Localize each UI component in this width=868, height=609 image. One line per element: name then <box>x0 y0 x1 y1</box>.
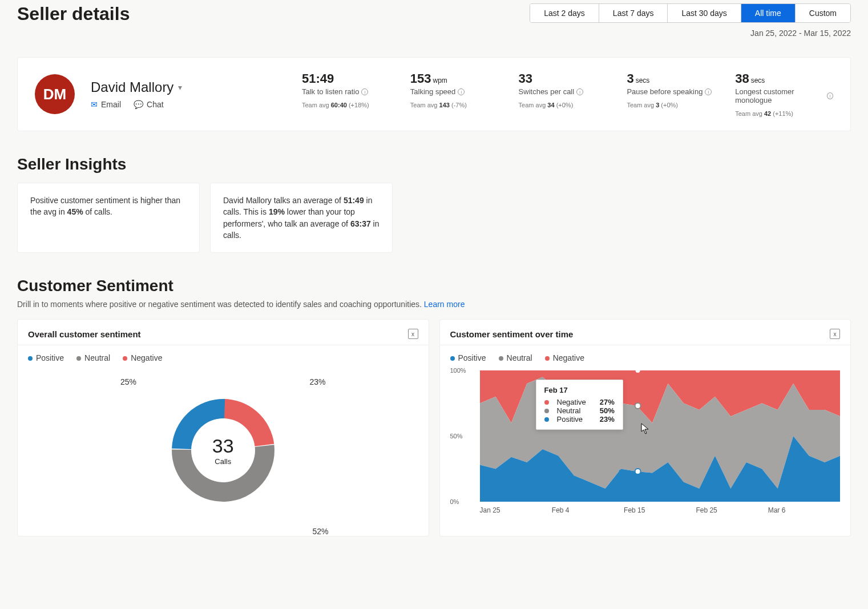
chart-title: Overall customer sentiment <box>28 329 141 339</box>
donut-center-label: Calls <box>215 457 231 466</box>
email-link[interactable]: ✉ Email <box>91 100 121 109</box>
legend-negative: Negative <box>545 353 584 362</box>
donut-chart[interactable]: 33 Calls 25% 23% 52% <box>18 365 429 536</box>
seller-profile-card: DM David Mallory ▾ ✉ Email 💬 Chat 51:49 … <box>17 57 851 131</box>
info-icon[interactable]: i <box>458 88 465 95</box>
time-filter-last-2-days[interactable]: Last 2 days <box>530 4 599 22</box>
email-icon: ✉ <box>91 100 98 109</box>
time-filter-last-7-days[interactable]: Last 7 days <box>599 4 668 22</box>
metric-monologue: 38secs Longest customer monologuei Team … <box>735 71 833 117</box>
seller-name: David Mallory <box>91 79 173 95</box>
legend-negative: Negative <box>123 353 162 362</box>
customer-sentiment-subtext: Drill in to moments where positive or ne… <box>17 300 851 309</box>
info-icon[interactable]: i <box>705 88 712 95</box>
learn-more-link[interactable]: Learn more <box>424 300 465 309</box>
chat-link[interactable]: 💬 Chat <box>134 100 164 109</box>
legend-neutral: Neutral <box>499 353 532 362</box>
insight-card: David Mallory talks an average of 51:49 … <box>210 183 393 253</box>
date-range: Jan 25, 2022 - Mar 15, 2022 <box>530 29 851 38</box>
email-label: Email <box>101 100 121 109</box>
metric-talking-speed: 153wpm Talking speedi Team avg 143 (-7%) <box>410 71 508 117</box>
customer-sentiment-heading: Customer Sentiment <box>17 277 851 295</box>
avatar: DM <box>35 74 75 114</box>
metric-switches: 33 Switches per calli Team avg 34 (+0%) <box>519 71 617 117</box>
chat-label: Chat <box>147 100 164 109</box>
chart-tooltip: Feb 17 Negative27% Neutral50% Positive23… <box>536 380 623 430</box>
metric-pause: 3secs Pause before speakingi Team avg 3 … <box>627 71 725 117</box>
overall-sentiment-card: Overall customer sentiment x Positive Ne… <box>17 319 429 537</box>
chat-icon: 💬 <box>134 100 143 109</box>
sentiment-over-time-card: Customer sentiment over time x Positive … <box>439 319 851 537</box>
info-icon[interactable]: i <box>576 88 583 95</box>
info-icon[interactable]: i <box>827 92 833 99</box>
donut-center-value: 33 <box>212 435 234 457</box>
legend-positive: Positive <box>450 353 486 362</box>
time-filter-custom[interactable]: Custom <box>796 4 850 22</box>
donut-label-positive: 25% <box>120 377 136 386</box>
insight-card: Positive customer sentiment is higher th… <box>17 183 200 253</box>
legend-neutral: Neutral <box>76 353 110 362</box>
chart-title: Customer sentiment over time <box>450 329 574 339</box>
page-title: Seller details <box>17 3 130 25</box>
info-icon[interactable]: i <box>361 88 368 95</box>
seller-name-dropdown[interactable]: David Mallory ▾ <box>91 79 302 95</box>
export-excel-icon[interactable]: x <box>830 329 840 339</box>
export-excel-icon[interactable]: x <box>408 329 418 339</box>
seller-insights-heading: Seller Insights <box>17 155 851 174</box>
chevron-down-icon: ▾ <box>178 83 182 92</box>
donut-label-neutral: 52% <box>312 527 328 536</box>
time-filter: Last 2 days Last 7 days Last 30 days All… <box>530 3 851 23</box>
donut-label-negative: 23% <box>309 377 325 386</box>
legend-positive: Positive <box>28 353 64 362</box>
area-chart[interactable]: 100% 50% 0% Feb 17 Negative27% Neutral50… <box>440 365 851 528</box>
time-filter-all-time[interactable]: All time <box>741 4 796 22</box>
metric-talk-listen: 51:49 Talk to listen ratioi Team avg 60:… <box>302 71 400 117</box>
time-filter-last-30-days[interactable]: Last 30 days <box>668 4 741 22</box>
